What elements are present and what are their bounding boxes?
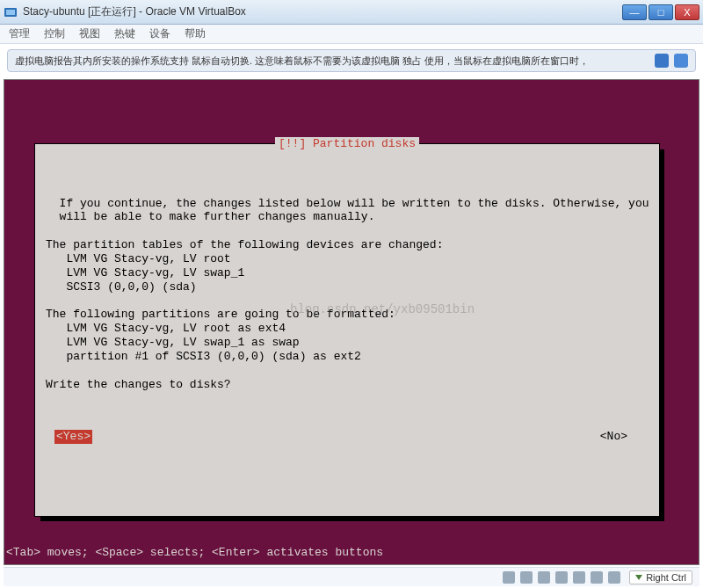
no-button[interactable]: <No> xyxy=(600,430,627,444)
info-message: 虚拟电脑报告其内所安装的操作系统支持 鼠标自动切换. 这意味着鼠标不需要为该虚拟… xyxy=(15,54,649,68)
minimize-button[interactable]: — xyxy=(622,4,647,20)
menu-devices[interactable]: 设备 xyxy=(149,26,170,41)
window-title: Stacy-ubuntu [正在运行] - Oracle VM VirtualB… xyxy=(23,4,622,19)
dialog-title: [!!] Partition disks xyxy=(275,137,419,151)
optical-icon xyxy=(520,571,533,584)
host-key-label: Right Ctrl xyxy=(646,572,686,583)
dismiss-icon[interactable] xyxy=(655,54,669,68)
window-titlebar: Stacy-ubuntu [正在运行] - Oracle VM VirtualB… xyxy=(0,0,703,25)
status-bar: Right Ctrl xyxy=(4,567,699,586)
menu-view[interactable]: 视图 xyxy=(79,26,100,41)
menu-manage[interactable]: 管理 xyxy=(9,26,30,41)
svg-rect-1 xyxy=(6,10,15,15)
disk-icon xyxy=(503,571,515,584)
close-button[interactable]: X xyxy=(675,4,699,20)
window-controls: — □ X xyxy=(622,4,699,20)
yes-button[interactable]: <Yes> xyxy=(54,430,92,444)
virtualbox-icon xyxy=(4,5,18,19)
help-line: <Tab> moves; <Space> selects; <Enter> ac… xyxy=(4,546,383,559)
usb-icon xyxy=(555,571,568,584)
network-icon xyxy=(538,571,550,584)
menu-help[interactable]: 帮助 xyxy=(185,26,206,41)
host-key-indicator: Right Ctrl xyxy=(629,570,692,584)
vm-screen: [!!] Partition disks If you continue, th… xyxy=(4,79,699,565)
shared-folder-icon xyxy=(573,571,585,584)
menu-control[interactable]: 控制 xyxy=(44,26,65,41)
dialog-shadow xyxy=(40,516,664,521)
menu-hotkeys[interactable]: 热键 xyxy=(114,26,135,41)
display-icon xyxy=(591,571,603,584)
info-icon[interactable] xyxy=(674,54,688,68)
maximize-button[interactable]: □ xyxy=(649,4,673,20)
partition-dialog: [!!] Partition disks If you continue, th… xyxy=(34,143,660,517)
dialog-buttons: <Yes> <No> xyxy=(46,430,649,444)
menubar: 管理 控制 视图 热键 设备 帮助 xyxy=(0,25,703,44)
capture-icon xyxy=(608,571,620,584)
info-strip: 虚拟电脑报告其内所安装的操作系统支持 鼠标自动切换. 这意味着鼠标不需要为该虚拟… xyxy=(7,49,696,72)
dialog-body: If you continue, the changes listed belo… xyxy=(46,197,649,392)
arrow-down-icon xyxy=(635,575,642,580)
